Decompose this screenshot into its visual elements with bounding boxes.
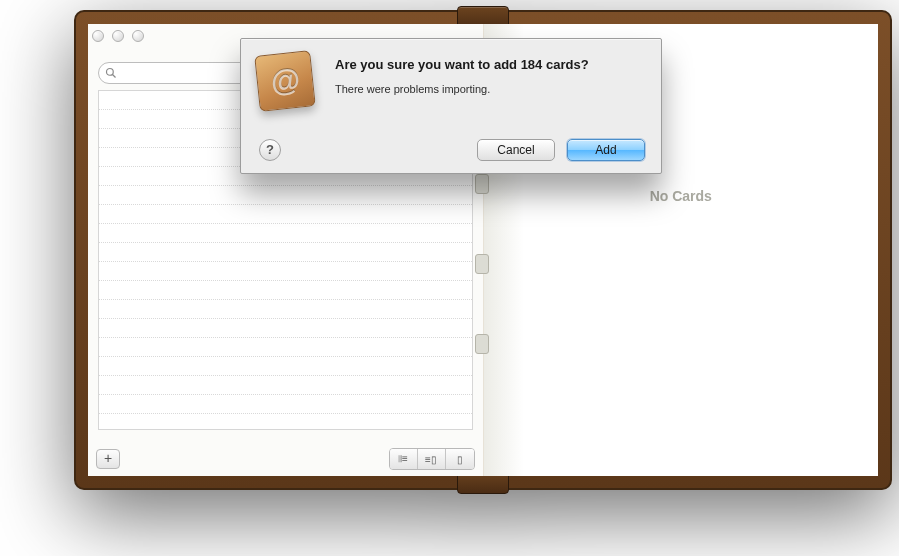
view-mode-segment: ⦀≡ ≡▯ ▯	[389, 448, 475, 470]
spine-tab	[475, 334, 489, 354]
list-row	[99, 243, 472, 262]
spine-tab	[475, 174, 489, 194]
window-close-button[interactable]	[92, 30, 104, 42]
cancel-button[interactable]: Cancel	[477, 139, 555, 161]
import-confirm-dialog: Are you sure you want to add 184 cards? …	[240, 38, 662, 174]
view-mode-card-only-button[interactable]: ▯	[446, 449, 474, 469]
list-row	[99, 376, 472, 395]
dialog-message: There were problems importing.	[335, 83, 643, 95]
spine-tab	[475, 254, 489, 274]
add-contact-button[interactable]: +	[96, 449, 120, 469]
list-row	[99, 205, 472, 224]
list-row	[99, 395, 472, 414]
list-row	[99, 262, 472, 281]
help-button[interactable]: ?	[259, 139, 281, 161]
list-row	[99, 357, 472, 376]
window-zoom-button[interactable]	[132, 30, 144, 42]
svg-line-1	[113, 75, 116, 78]
svg-point-0	[107, 69, 114, 76]
window-minimize-button[interactable]	[112, 30, 124, 42]
list-row	[99, 224, 472, 243]
no-cards-placeholder: No Cards	[484, 176, 879, 204]
list-row	[99, 281, 472, 300]
view-mode-list-card-button[interactable]: ≡▯	[418, 449, 446, 469]
add-button[interactable]: Add	[567, 139, 645, 161]
list-row	[99, 338, 472, 357]
list-row	[99, 319, 472, 338]
list-row	[99, 186, 472, 205]
window-traffic-lights	[92, 30, 144, 42]
search-icon	[105, 67, 117, 79]
address-book-app-icon	[257, 53, 321, 117]
list-row	[99, 300, 472, 319]
view-mode-groups-button[interactable]: ⦀≡	[390, 449, 418, 469]
dialog-title: Are you sure you want to add 184 cards?	[335, 57, 643, 72]
